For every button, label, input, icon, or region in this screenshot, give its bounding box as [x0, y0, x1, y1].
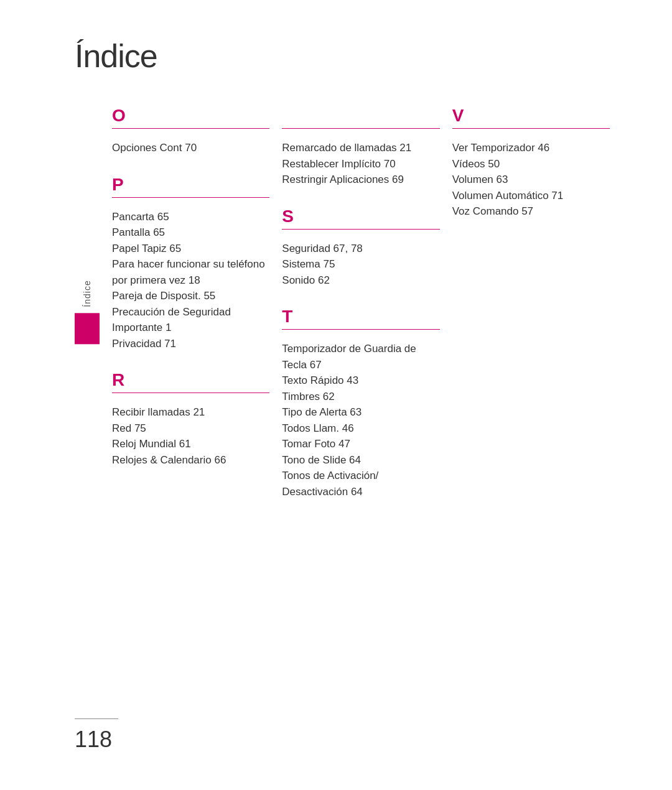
list-item: Privacidad 71 [112, 336, 269, 352]
section-R-continued-header [282, 106, 439, 135]
section-O: O Opciones Cont 70 [112, 106, 269, 156]
list-item: Seguridad 67, 78 [282, 241, 439, 257]
list-item: Opciones Cont 70 [112, 140, 269, 156]
list-item: Restablecer Implícito 70 [282, 156, 439, 172]
sidebar-label-text: Índice [82, 280, 92, 307]
columns-wrapper: O Opciones Cont 70 P Pancarta 65 [112, 106, 622, 518]
sidebar: Índice [75, 280, 100, 344]
section-V-header: V [452, 106, 610, 135]
section-line-R [112, 393, 269, 393]
list-item: Relojes & Calendario 66 [112, 452, 269, 468]
page-number: 118 [75, 727, 112, 752]
list-item: Tonos de Activación/ Desactivación 64 [282, 468, 439, 500]
list-item: Pantalla 65 [112, 225, 269, 241]
section-letter-V: V [452, 106, 610, 126]
list-item: Voz Comando 57 [452, 203, 610, 220]
list-item: Red 75 [112, 421, 269, 437]
section-line-O [112, 128, 269, 129]
list-item: Pancarta 65 [112, 209, 269, 225]
page-footer: 118 [75, 718, 118, 753]
section-line-T [282, 329, 439, 330]
section-R-header: R [112, 370, 269, 399]
section-T-header: T [282, 307, 439, 336]
section-R-continued-items: Remarcado de llamadas 21 Restablecer Imp… [282, 140, 439, 188]
section-letter-O: O [112, 106, 269, 126]
list-item: Tomar Foto 47 [282, 436, 439, 452]
list-item: Volumen Automático 71 [452, 188, 610, 204]
list-item: Tono de Slide 64 [282, 452, 439, 468]
list-item: Sistema 75 [282, 256, 439, 272]
section-T: T Temporizador de Guardia de Tecla 67 Te… [282, 307, 439, 500]
section-line-R2 [282, 128, 439, 129]
page-title: Índice [75, 37, 622, 75]
content-area: Índice O Opciones Cont 70 [75, 106, 622, 518]
list-item: Sonido 62 [282, 272, 439, 289]
section-line-V [452, 128, 610, 129]
section-line-S [282, 229, 439, 230]
page-container: Índice Índice O Opciones Cont 70 [0, 0, 672, 790]
section-S-items: Seguridad 67, 78 Sistema 75 Sonido 62 [282, 241, 439, 289]
list-item: Restringir Aplicaciones 69 [282, 172, 439, 188]
list-item: Reloj Mundial 61 [112, 436, 269, 452]
sidebar-accent-block [75, 313, 100, 344]
section-S-header: S [282, 207, 439, 236]
list-item: Todos Llam. 46 [282, 421, 439, 437]
list-item: Papel Tapiz 65 [112, 241, 269, 257]
list-item: Texto Rápido 43 [282, 373, 439, 389]
section-line-P [112, 197, 269, 198]
section-letter-T: T [282, 307, 439, 327]
section-P-items: Pancarta 65 Pantalla 65 Papel Tapiz 65 P… [112, 209, 269, 352]
section-S: S Seguridad 67, 78 Sistema 75 Sonido 62 [282, 207, 439, 289]
section-V: V Ver Temporizador 46 Vídeos 50 Volumen … [452, 106, 610, 220]
list-item: Precaución de Seguridad Importante 1 [112, 304, 269, 336]
section-V-items: Ver Temporizador 46 Vídeos 50 Volumen 63… [452, 140, 610, 220]
section-R: R Recibir llamadas 21 Red 75 Reloj Mundi… [112, 370, 269, 468]
section-R-items: Recibir llamadas 21 Red 75 Reloj Mundial… [112, 404, 269, 468]
column-3: V Ver Temporizador 46 Vídeos 50 Volumen … [452, 106, 622, 518]
footer-line [75, 718, 118, 719]
list-item: Temporizador de Guardia de Tecla 67 [282, 341, 439, 373]
section-P: P Pancarta 65 Pantalla 65 Papel Tapiz 65… [112, 175, 269, 352]
list-item: Timbres 62 [282, 389, 439, 405]
list-item: Para hacer funcionar su teléfono por pri… [112, 256, 269, 288]
list-item: Pareja de Disposit. 55 [112, 288, 269, 304]
list-item: Volumen 63 [452, 172, 610, 188]
section-T-items: Temporizador de Guardia de Tecla 67 Text… [282, 341, 439, 500]
list-item: Remarcado de llamadas 21 [282, 140, 439, 156]
section-R-continued: Remarcado de llamadas 21 Restablecer Imp… [282, 106, 439, 188]
list-item: Ver Temporizador 46 [452, 140, 610, 156]
section-O-header: O [112, 106, 269, 135]
section-letter-S: S [282, 207, 439, 226]
list-item: Vídeos 50 [452, 156, 610, 172]
column-2: Remarcado de llamadas 21 Restablecer Imp… [282, 106, 452, 518]
section-O-items: Opciones Cont 70 [112, 140, 269, 156]
section-letter-P: P [112, 175, 269, 195]
section-P-header: P [112, 175, 269, 204]
column-1: O Opciones Cont 70 P Pancarta 65 [112, 106, 282, 518]
list-item: Recibir llamadas 21 [112, 404, 269, 421]
section-letter-R: R [112, 370, 269, 390]
list-item: Tipo de Alerta 63 [282, 404, 439, 421]
